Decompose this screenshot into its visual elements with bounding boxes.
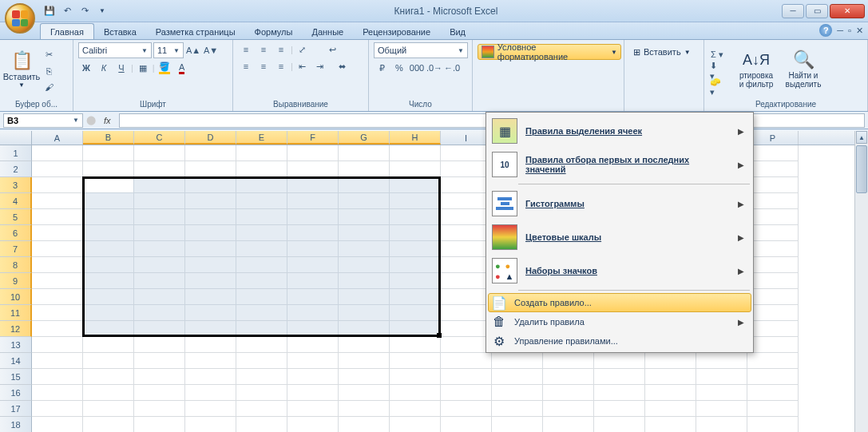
cell[interactable]	[441, 385, 492, 401]
cell[interactable]	[83, 385, 134, 401]
cell[interactable]	[390, 385, 441, 401]
cell[interactable]	[83, 369, 134, 385]
cell[interactable]	[236, 161, 287, 177]
vertical-scrollbar[interactable]: ▲	[854, 131, 868, 432]
cell[interactable]	[747, 193, 799, 209]
column-header[interactable]: C	[134, 131, 185, 145]
cell[interactable]	[134, 273, 185, 289]
find-select-button[interactable]: 🔍 Найти и выделить	[781, 42, 826, 95]
cell[interactable]	[339, 257, 390, 273]
cell[interactable]	[83, 225, 134, 241]
cell[interactable]	[185, 305, 236, 321]
cell[interactable]	[645, 417, 696, 432]
cell[interactable]	[236, 177, 287, 193]
cell[interactable]	[492, 385, 543, 401]
cell[interactable]	[83, 289, 134, 305]
cell[interactable]	[543, 385, 594, 401]
cell[interactable]	[287, 401, 339, 417]
menu-icon-sets[interactable]: ●●●▲ Наборы значков ▶	[488, 254, 751, 287]
menu-manage-rules[interactable]: ⚙ Управление правилами...	[488, 331, 751, 351]
row-header[interactable]: 8	[0, 257, 32, 273]
cell[interactable]	[492, 353, 543, 369]
ribbon-minimize[interactable]: ─	[837, 26, 843, 35]
cell[interactable]	[390, 353, 441, 369]
percent-button[interactable]: %	[391, 61, 407, 75]
cell[interactable]	[185, 321, 236, 337]
cell[interactable]	[83, 353, 134, 369]
cell[interactable]	[185, 145, 236, 161]
shrink-font-button[interactable]: A▼	[203, 43, 219, 57]
cell[interactable]	[747, 289, 799, 305]
cell[interactable]	[134, 289, 185, 305]
column-header[interactable]: D	[185, 131, 236, 145]
row-header[interactable]: 18	[0, 417, 32, 432]
align-right[interactable]: ≡	[273, 59, 289, 73]
cell[interactable]	[32, 305, 83, 321]
office-button[interactable]	[5, 3, 35, 34]
cell[interactable]	[441, 305, 492, 321]
close-button[interactable]: ✕	[830, 4, 865, 18]
cell[interactable]	[696, 353, 747, 369]
cell[interactable]	[645, 401, 696, 417]
menu-clear-rules[interactable]: 🗑 Удалить правила ▶	[488, 312, 751, 331]
cell[interactable]	[390, 337, 441, 353]
cell[interactable]	[441, 353, 492, 369]
cell[interactable]	[32, 241, 83, 257]
cell[interactable]	[390, 401, 441, 417]
cell[interactable]	[185, 417, 236, 432]
comma-button[interactable]: 000	[409, 61, 425, 75]
cell[interactable]	[441, 145, 492, 161]
cell[interactable]	[32, 353, 83, 369]
align-top[interactable]: ≡	[238, 42, 254, 57]
cell[interactable]	[287, 225, 339, 241]
save-button[interactable]: 💾	[42, 3, 57, 19]
cell[interactable]	[492, 417, 543, 432]
tab-page-layout[interactable]: Разметка страницы	[146, 24, 245, 39]
copy-button[interactable]: ⎘	[41, 64, 57, 78]
cell[interactable]	[83, 145, 134, 161]
row-header[interactable]: 7	[0, 241, 32, 257]
cell[interactable]	[594, 353, 645, 369]
cell[interactable]	[696, 369, 747, 385]
cell[interactable]	[747, 337, 799, 353]
cell[interactable]	[441, 321, 492, 337]
cell[interactable]	[134, 337, 185, 353]
cell[interactable]	[390, 273, 441, 289]
bold-button[interactable]: Ж	[78, 61, 94, 75]
cell[interactable]	[236, 305, 287, 321]
cell[interactable]	[543, 369, 594, 385]
cell[interactable]	[83, 257, 134, 273]
cell[interactable]	[339, 401, 390, 417]
column-header[interactable]: I	[441, 131, 492, 145]
cell[interactable]	[441, 289, 492, 305]
decrease-decimal[interactable]: ←.0	[444, 61, 460, 75]
merge-button[interactable]: ⬌	[330, 59, 355, 73]
cell[interactable]	[185, 337, 236, 353]
row-header[interactable]: 4	[0, 193, 32, 209]
cell[interactable]	[236, 209, 287, 225]
cell[interactable]	[236, 241, 287, 257]
cell[interactable]	[696, 385, 747, 401]
cell[interactable]	[236, 417, 287, 432]
cell[interactable]	[339, 225, 390, 241]
doc-close[interactable]: ✕	[856, 26, 863, 36]
cell[interactable]	[645, 385, 696, 401]
column-header[interactable]: F	[287, 131, 339, 145]
cell[interactable]	[83, 209, 134, 225]
cell[interactable]	[236, 289, 287, 305]
cell[interactable]	[594, 385, 645, 401]
tab-view[interactable]: Вид	[440, 24, 475, 39]
cell[interactable]	[441, 369, 492, 385]
cell[interactable]	[236, 401, 287, 417]
cell[interactable]	[83, 273, 134, 289]
cell[interactable]	[747, 225, 799, 241]
cell[interactable]	[390, 289, 441, 305]
cell[interactable]	[390, 225, 441, 241]
cell[interactable]	[134, 353, 185, 369]
cell[interactable]	[441, 257, 492, 273]
cell[interactable]	[185, 257, 236, 273]
cell[interactable]	[287, 161, 339, 177]
border-button[interactable]: ▦	[135, 61, 151, 75]
decrease-indent[interactable]: ⇤	[295, 59, 311, 73]
cell[interactable]	[339, 161, 390, 177]
